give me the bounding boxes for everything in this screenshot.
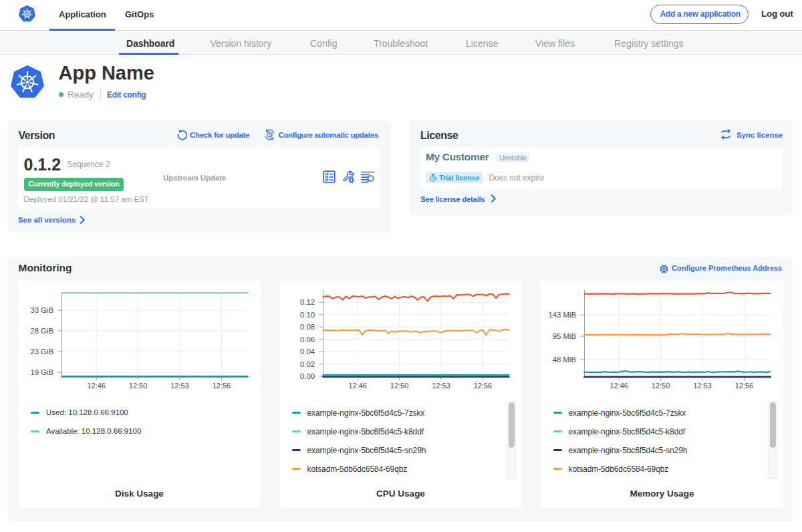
svg-text:33 GiB: 33 GiB <box>30 306 53 314</box>
svg-text:12:50: 12:50 <box>652 382 670 390</box>
svg-text:0.02: 0.02 <box>300 360 315 368</box>
svg-text:12:46: 12:46 <box>348 382 367 390</box>
svg-text:12:53: 12:53 <box>432 382 450 390</box>
svg-text:12:46: 12:46 <box>610 382 628 390</box>
svg-text:0.12: 0.12 <box>300 298 315 306</box>
svg-text:19 GiB: 19 GiB <box>30 368 53 376</box>
svg-text:0.04: 0.04 <box>300 348 315 356</box>
svg-text:12:53: 12:53 <box>693 382 712 390</box>
svg-text:0.08: 0.08 <box>300 323 315 331</box>
svg-text:48 MiB: 48 MiB <box>553 356 577 364</box>
svg-text:12:46: 12:46 <box>87 382 106 390</box>
svg-text:12:50: 12:50 <box>129 382 148 390</box>
svg-text:0.10: 0.10 <box>300 311 315 319</box>
svg-text:143 MiB: 143 MiB <box>549 311 577 319</box>
svg-text:12:50: 12:50 <box>390 382 409 390</box>
svg-text:28 GiB: 28 GiB <box>30 327 53 335</box>
svg-text:12:56: 12:56 <box>735 382 754 390</box>
svg-text:12:56: 12:56 <box>213 382 231 390</box>
svg-text:95 MiB: 95 MiB <box>553 332 577 340</box>
svg-text:23 GiB: 23 GiB <box>30 348 53 356</box>
svg-text:12:53: 12:53 <box>170 382 189 390</box>
svg-text:0.00: 0.00 <box>300 372 315 380</box>
svg-text:12:56: 12:56 <box>474 382 493 390</box>
svg-text:0.06: 0.06 <box>300 336 315 344</box>
